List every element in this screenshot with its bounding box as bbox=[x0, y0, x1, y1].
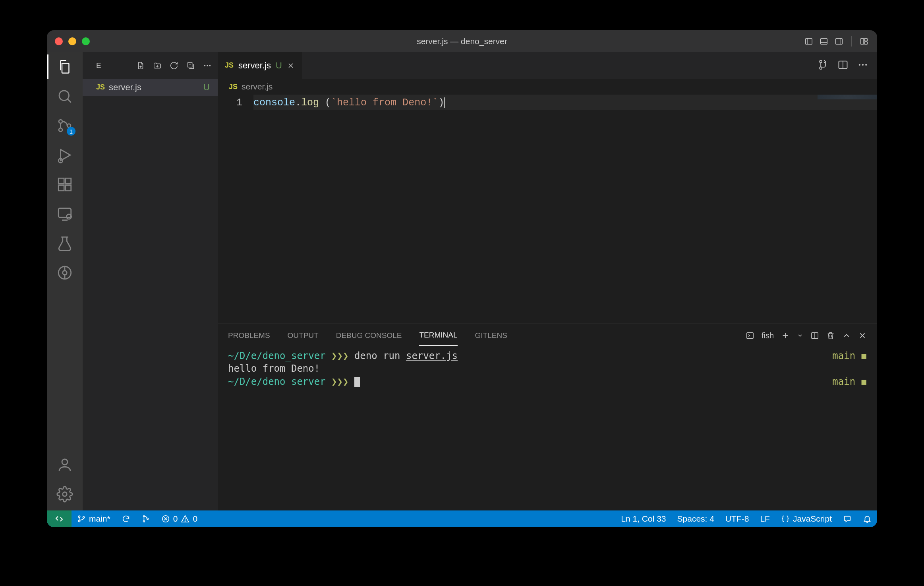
explorer-file-item[interactable]: JS server.js U bbox=[83, 79, 218, 96]
terminal-command: deno run bbox=[354, 350, 406, 361]
panel-tab-terminal[interactable]: TERMINAL bbox=[419, 325, 457, 346]
status-language-mode[interactable]: JavaScript bbox=[775, 510, 837, 527]
file-git-status: U bbox=[203, 82, 210, 93]
status-error-count: 0 bbox=[173, 514, 178, 524]
status-feedback-icon[interactable] bbox=[837, 510, 857, 527]
testing-activity[interactable] bbox=[56, 234, 74, 252]
status-branch[interactable]: main* bbox=[72, 510, 116, 527]
js-file-icon: JS bbox=[225, 61, 234, 70]
accounts-activity[interactable] bbox=[56, 456, 74, 474]
toggle-secondary-sidebar-icon[interactable] bbox=[834, 36, 844, 47]
terminal-profile-icon[interactable] bbox=[746, 331, 754, 340]
terminal-prompt-arrows: ❯❯❯ bbox=[331, 350, 348, 361]
terminal-dropdown-icon[interactable] bbox=[797, 332, 803, 339]
new-terminal-icon[interactable] bbox=[781, 331, 790, 340]
svg-point-57 bbox=[83, 516, 84, 518]
svg-rect-17 bbox=[58, 185, 64, 191]
svg-point-38 bbox=[209, 65, 211, 66]
terminal-prompt-arrows: ❯❯❯ bbox=[331, 376, 348, 387]
terminal-command-arg: server.js bbox=[406, 350, 458, 361]
panel-tab-debug-console[interactable]: DEBUG CONSOLE bbox=[336, 326, 402, 345]
collapse-all-icon[interactable] bbox=[186, 61, 195, 70]
toggle-primary-sidebar-icon[interactable] bbox=[804, 36, 814, 47]
fullscreen-window-button[interactable] bbox=[82, 37, 90, 45]
status-indentation[interactable]: Spaces: 4 bbox=[672, 510, 720, 527]
token-function: log bbox=[301, 97, 319, 109]
status-sync[interactable] bbox=[116, 510, 136, 527]
status-encoding[interactable]: UTF-8 bbox=[720, 510, 755, 527]
terminal-shell-label[interactable]: fish bbox=[762, 331, 774, 340]
token-string: `hello from Deno!` bbox=[331, 97, 438, 109]
terminal-line: hello from Deno! bbox=[228, 362, 867, 375]
extensions-activity[interactable] bbox=[56, 175, 74, 194]
svg-rect-0 bbox=[806, 38, 812, 44]
terminal-dirty-indicator: ◼ bbox=[861, 376, 867, 387]
close-tab-icon[interactable] bbox=[287, 62, 295, 70]
remote-indicator[interactable] bbox=[47, 510, 72, 527]
status-language-label: JavaScript bbox=[793, 514, 832, 524]
gitlens-activity[interactable] bbox=[56, 264, 74, 282]
status-notifications-icon[interactable] bbox=[857, 510, 877, 527]
run-debug-activity[interactable] bbox=[56, 146, 74, 164]
editor-more-icon[interactable] bbox=[857, 59, 868, 72]
svg-rect-16 bbox=[58, 178, 64, 184]
token-rparen: ) bbox=[438, 97, 444, 109]
split-terminal-icon[interactable] bbox=[810, 331, 819, 340]
remote-explorer-activity[interactable] bbox=[56, 205, 74, 223]
source-control-activity[interactable]: 1 bbox=[56, 116, 74, 135]
activity-bar: 1 bbox=[47, 52, 83, 510]
maximize-panel-icon[interactable] bbox=[842, 331, 851, 340]
customize-layout-icon[interactable] bbox=[859, 36, 869, 47]
status-problems[interactable]: 0 0 bbox=[156, 510, 203, 527]
status-git-graph[interactable] bbox=[136, 510, 156, 527]
minimap[interactable] bbox=[818, 95, 877, 99]
toggle-panel-icon[interactable] bbox=[819, 36, 829, 47]
code-line[interactable]: console.log (`hello from Deno!`) bbox=[253, 95, 877, 110]
terminal-branch: main bbox=[832, 350, 855, 361]
panel-tab-problems[interactable]: PROBLEMS bbox=[228, 326, 270, 345]
search-activity[interactable] bbox=[56, 87, 74, 105]
new-file-icon[interactable] bbox=[136, 61, 145, 70]
close-window-button[interactable] bbox=[55, 37, 63, 45]
svg-point-47 bbox=[865, 64, 867, 65]
more-actions-icon[interactable] bbox=[203, 61, 212, 70]
breadcrumb[interactable]: JS server.js bbox=[218, 79, 877, 95]
terminal-line: ~/D/e/deno_server ❯❯❯ deno run server.js… bbox=[228, 349, 867, 362]
token-identifier: console bbox=[253, 97, 295, 109]
svg-rect-4 bbox=[836, 38, 843, 44]
terminal-cursor bbox=[354, 377, 360, 387]
scm-badge: 1 bbox=[67, 127, 75, 136]
svg-point-55 bbox=[78, 516, 80, 517]
svg-point-45 bbox=[859, 64, 860, 65]
status-eol[interactable]: LF bbox=[754, 510, 775, 527]
panel-tabs: PROBLEMS OUTPUT DEBUG CONSOLE TERMINAL G… bbox=[218, 324, 877, 347]
kill-terminal-icon[interactable] bbox=[826, 331, 835, 340]
close-panel-icon[interactable] bbox=[858, 331, 867, 340]
js-file-icon: JS bbox=[96, 83, 105, 91]
minimize-window-button[interactable] bbox=[68, 37, 76, 45]
settings-activity[interactable] bbox=[56, 485, 74, 503]
svg-point-25 bbox=[63, 271, 67, 275]
new-folder-icon[interactable] bbox=[153, 61, 162, 70]
panel-tab-gitlens[interactable]: GITLENS bbox=[475, 326, 507, 345]
compare-changes-icon[interactable] bbox=[818, 59, 829, 72]
separator bbox=[851, 36, 852, 47]
explorer-activity[interactable] bbox=[56, 58, 74, 76]
editor-tab-server-js[interactable]: JS server.js U bbox=[218, 52, 302, 79]
token-lparen: ( bbox=[325, 97, 331, 109]
panel-tab-output[interactable]: OUTPUT bbox=[288, 326, 319, 345]
editor-cursor bbox=[444, 97, 445, 108]
explorer-sidebar: E JS server.js U bbox=[83, 52, 218, 510]
svg-point-41 bbox=[820, 60, 822, 62]
terminal-content[interactable]: ~/D/e/deno_server ❯❯❯ deno run server.js… bbox=[218, 347, 877, 510]
editor-body[interactable]: 1 console.log (`hello from Deno!`) bbox=[218, 95, 877, 324]
svg-rect-19 bbox=[66, 178, 71, 184]
refresh-icon[interactable] bbox=[169, 61, 179, 70]
split-editor-icon[interactable] bbox=[837, 59, 849, 72]
status-cursor-position[interactable]: Ln 1, Col 33 bbox=[615, 510, 671, 527]
js-file-icon: JS bbox=[229, 83, 238, 91]
terminal-branch: main bbox=[832, 376, 855, 387]
line-number-gutter: 1 bbox=[218, 95, 253, 324]
window-title: server.js — deno_server bbox=[417, 37, 507, 46]
editor-tabs: JS server.js U bbox=[218, 52, 877, 79]
